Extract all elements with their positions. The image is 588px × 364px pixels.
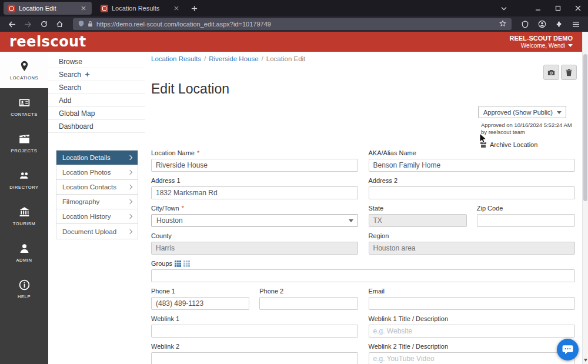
sidebar-item-contacts[interactable]: CONTACTS <box>0 88 48 125</box>
chevron-right-icon <box>128 214 132 219</box>
photos-button[interactable] <box>543 65 559 80</box>
new-tab-button[interactable] <box>187 2 201 15</box>
zip-input[interactable] <box>477 214 575 227</box>
menu-item-dashboard[interactable]: Dashboard <box>48 120 145 133</box>
extensions-icon[interactable] <box>552 18 566 31</box>
camera-icon <box>547 68 556 77</box>
menu-item-browse[interactable]: Browse <box>48 55 145 68</box>
browser-tab-location-results[interactable]: Location Results <box>96 2 185 15</box>
weblink2-input[interactable] <box>151 352 358 364</box>
account-area: REEL-SCOUT DEMO Welcome, Wendi <box>509 35 573 49</box>
chevron-right-icon <box>128 229 132 233</box>
groups-grid-icon[interactable] <box>175 261 181 267</box>
archive-location[interactable]: Archive Location <box>478 141 578 148</box>
site-favicon <box>8 5 15 12</box>
welcome-menu[interactable]: Welcome, Wendi <box>509 42 573 49</box>
nav-item-location-contacts[interactable]: Location Contacts <box>56 180 138 195</box>
privacy-shield-icon[interactable] <box>517 18 532 31</box>
chat-bubble-icon <box>562 345 573 355</box>
forward-button[interactable] <box>21 18 35 31</box>
chevron-right-icon <box>128 170 132 175</box>
sidebar-item-directory[interactable]: DIRECTORY <box>0 161 48 198</box>
breadcrumb-riverside-house[interactable]: Riverside House <box>209 55 258 62</box>
scrollbar-thumb[interactable] <box>583 54 587 201</box>
browser-navbar: https://demo.reel-scout.com/location_edi… <box>0 16 588 32</box>
aka-name-input[interactable] <box>369 159 576 172</box>
city-select[interactable]: Houston <box>151 214 358 227</box>
archive-label: Archive Location <box>490 141 537 148</box>
back-button[interactable] <box>5 18 19 31</box>
nav-item-filmography[interactable]: Filmography <box>56 195 138 209</box>
menu-item-global-map[interactable]: Global Map <box>48 107 145 120</box>
scrollbar-down-arrow[interactable] <box>584 359 587 362</box>
email-input[interactable] <box>369 297 576 310</box>
advanced-search-icon <box>85 72 90 77</box>
address1-input[interactable] <box>151 186 358 199</box>
sidebar-item-tourism[interactable]: TOURISM <box>0 198 48 234</box>
menu-item-add[interactable]: Add <box>48 94 145 107</box>
delete-button[interactable] <box>561 65 577 80</box>
groups-grid-alt-icon[interactable] <box>183 261 190 267</box>
chevron-down-icon <box>568 44 573 47</box>
chat-widget-button[interactable] <box>557 339 579 360</box>
field-label: State <box>369 205 467 212</box>
breadcrumb-current: Location Edit <box>266 55 306 62</box>
groups-input[interactable] <box>151 269 575 282</box>
nav-item-location-photos[interactable]: Location Photos <box>56 165 138 180</box>
contact-card-icon <box>18 96 31 109</box>
breadcrumb-location-results[interactable]: Location Results <box>151 55 201 62</box>
menu-item-search-advanced[interactable]: Search <box>48 68 145 81</box>
phone1-input[interactable] <box>151 297 249 310</box>
tab-close-icon[interactable] <box>79 4 88 12</box>
field-label: Weblink 1 <box>151 315 358 323</box>
sidebar-item-locations[interactable]: LOCATIONS <box>0 52 48 88</box>
url-bar[interactable]: https://demo.reel-scout.com/location_edi… <box>73 18 512 30</box>
reload-button[interactable] <box>36 18 51 31</box>
page-scrollbar[interactable] <box>582 32 588 364</box>
sidebar-item-admin[interactable]: ADMIN <box>0 234 48 271</box>
nav-item-document-upload[interactable]: Document Upload <box>56 224 138 239</box>
location-pin-icon <box>18 60 31 72</box>
reelscout-logo[interactable]: reelscout <box>9 34 86 50</box>
workflow-status-select[interactable]: Approved (Show Public) <box>478 106 566 118</box>
field-label: Location Name <box>151 149 358 157</box>
tab-close-icon[interactable] <box>172 4 181 12</box>
list-all-tabs-icon[interactable] <box>494 0 514 16</box>
site-favicon <box>101 5 108 12</box>
info-icon <box>18 279 31 291</box>
weblink1-input[interactable] <box>151 325 358 338</box>
field-label: County <box>151 232 358 240</box>
lock-icon[interactable] <box>88 19 93 29</box>
record-actions <box>543 65 577 80</box>
account-icon[interactable] <box>534 18 549 31</box>
minimize-button[interactable] <box>528 0 548 16</box>
field-label: Zip Code <box>477 205 575 212</box>
bookmark-star-icon[interactable] <box>499 19 506 29</box>
close-window-button[interactable] <box>568 0 588 16</box>
browser-window: Location Edit Location Results <box>0 0 588 364</box>
phone2-input[interactable] <box>259 297 358 310</box>
nav-item-location-details[interactable]: Location Details <box>56 151 138 165</box>
nav-item-location-history[interactable]: Location History <box>56 209 138 224</box>
field-label: Region <box>369 232 576 240</box>
weblink2-desc-input[interactable] <box>369 352 576 364</box>
primary-sidebar: LOCATIONS CONTACTS PROJECTS DIRECTORY TO… <box>0 52 48 364</box>
field-label: Address 2 <box>369 177 576 185</box>
account-name: REEL-SCOUT DEMO <box>509 35 573 42</box>
maximize-button[interactable] <box>548 0 568 16</box>
browser-tab-location-edit[interactable]: Location Edit <box>4 2 92 15</box>
field-label: Email <box>369 288 576 295</box>
person-icon <box>18 242 31 255</box>
weblink1-desc-input[interactable] <box>369 325 576 338</box>
approved-by: by reelscout team <box>478 129 578 135</box>
field-label: Weblink 2 <box>151 343 358 350</box>
location-name-input[interactable] <box>151 159 358 172</box>
menu-item-search[interactable]: Search <box>48 81 145 94</box>
address2-input[interactable] <box>369 186 576 199</box>
locations-menu: Browse Search Search Add Global Map Dash… <box>48 52 145 133</box>
tracking-protection-shield-icon[interactable] <box>78 19 84 29</box>
sidebar-item-projects[interactable]: PROJECTS <box>0 125 48 161</box>
home-button[interactable] <box>52 18 67 31</box>
menu-icon[interactable] <box>569 18 583 31</box>
sidebar-item-help[interactable]: HELP <box>0 271 48 307</box>
